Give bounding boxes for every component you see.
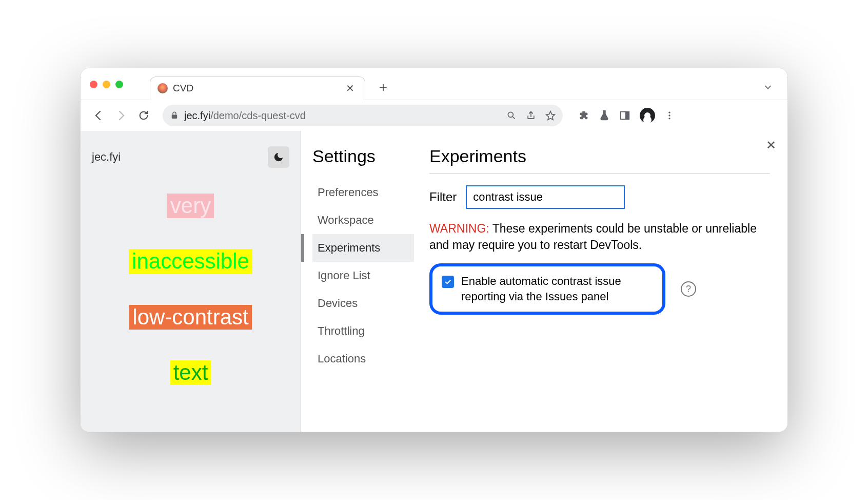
search-icon[interactable] bbox=[506, 110, 517, 121]
demo-word: text bbox=[170, 360, 211, 385]
settings-close-button[interactable]: ✕ bbox=[766, 138, 776, 152]
experiment-label: Enable automatic contrast issue reportin… bbox=[461, 274, 653, 304]
nav-ignore-list[interactable]: Ignore List bbox=[312, 262, 414, 290]
svg-point-6 bbox=[668, 118, 670, 119]
nav-workspace[interactable]: Workspace bbox=[312, 206, 414, 234]
browser-toolbar: jec.fyi/demo/cds-quest-cvd bbox=[81, 100, 787, 131]
nav-experiments[interactable]: Experiments bbox=[312, 234, 414, 262]
tab-overflow-button[interactable] bbox=[763, 82, 778, 92]
settings-panel: Experiments Filter WARNING: These experi… bbox=[414, 131, 787, 432]
check-icon bbox=[444, 278, 452, 286]
warning-text: WARNING: These experiments could be unst… bbox=[429, 220, 770, 253]
panel-icon[interactable] bbox=[619, 110, 630, 121]
divider bbox=[429, 174, 770, 174]
favicon bbox=[157, 83, 168, 93]
forward-button[interactable] bbox=[112, 107, 130, 124]
filter-input[interactable] bbox=[466, 185, 625, 209]
demo-word: low-contrast bbox=[129, 305, 251, 330]
share-icon[interactable] bbox=[526, 110, 536, 121]
extensions-icon[interactable] bbox=[578, 110, 589, 121]
page-pane: jec.fyi very inaccessible low-contrast t… bbox=[81, 131, 301, 432]
url-text: jec.fyi/demo/cds-quest-cvd bbox=[184, 110, 501, 122]
address-bar[interactable]: jec.fyi/demo/cds-quest-cvd bbox=[163, 105, 563, 126]
svg-point-5 bbox=[668, 114, 670, 116]
content-area: jec.fyi very inaccessible low-contrast t… bbox=[81, 131, 787, 432]
reload-button[interactable] bbox=[135, 107, 152, 124]
lock-icon bbox=[170, 111, 179, 120]
settings-title: Settings bbox=[312, 146, 414, 166]
window-zoom-button[interactable] bbox=[115, 81, 123, 88]
moon-icon bbox=[273, 151, 284, 163]
site-name: jec.fyi bbox=[92, 150, 121, 164]
window-close-button[interactable] bbox=[90, 81, 97, 88]
demo-word: very bbox=[167, 194, 214, 218]
profile-avatar[interactable] bbox=[640, 108, 655, 123]
theme-toggle-button[interactable] bbox=[268, 146, 289, 168]
svg-rect-0 bbox=[172, 115, 177, 119]
traffic-lights bbox=[90, 81, 123, 88]
browser-window: CVD ✕ ＋ jec.fyi/demo/cds-quest-cvd bbox=[80, 68, 788, 432]
nav-throttling[interactable]: Throttling bbox=[312, 317, 414, 345]
nav-locations[interactable]: Locations bbox=[312, 345, 414, 373]
new-tab-button[interactable]: ＋ bbox=[377, 78, 390, 96]
labs-icon[interactable] bbox=[599, 110, 610, 121]
tab-strip: CVD ✕ ＋ bbox=[81, 68, 787, 100]
experiment-item[interactable]: Enable automatic contrast issue reportin… bbox=[429, 263, 665, 314]
browser-tab[interactable]: CVD ✕ bbox=[150, 76, 365, 100]
svg-point-4 bbox=[668, 112, 670, 113]
filter-label: Filter bbox=[429, 190, 457, 204]
bookmark-icon[interactable] bbox=[545, 110, 556, 121]
panel-title: Experiments bbox=[429, 146, 770, 166]
svg-point-1 bbox=[508, 112, 513, 117]
tab-close-button[interactable]: ✕ bbox=[343, 82, 358, 94]
help-icon[interactable]: ? bbox=[681, 281, 696, 297]
nav-preferences[interactable]: Preferences bbox=[312, 179, 414, 206]
back-button[interactable] bbox=[90, 107, 107, 124]
tab-title: CVD bbox=[173, 83, 338, 94]
demo-word: inaccessible bbox=[129, 249, 252, 274]
svg-rect-3 bbox=[625, 112, 629, 120]
devtools-pane: ✕ Settings Preferences Workspace Experim… bbox=[301, 131, 787, 432]
experiment-checkbox[interactable] bbox=[442, 276, 454, 288]
nav-devices[interactable]: Devices bbox=[312, 290, 414, 317]
window-minimize-button[interactable] bbox=[103, 81, 110, 88]
kebab-menu-icon[interactable] bbox=[664, 110, 675, 121]
settings-nav: Settings Preferences Workspace Experimen… bbox=[301, 131, 414, 432]
